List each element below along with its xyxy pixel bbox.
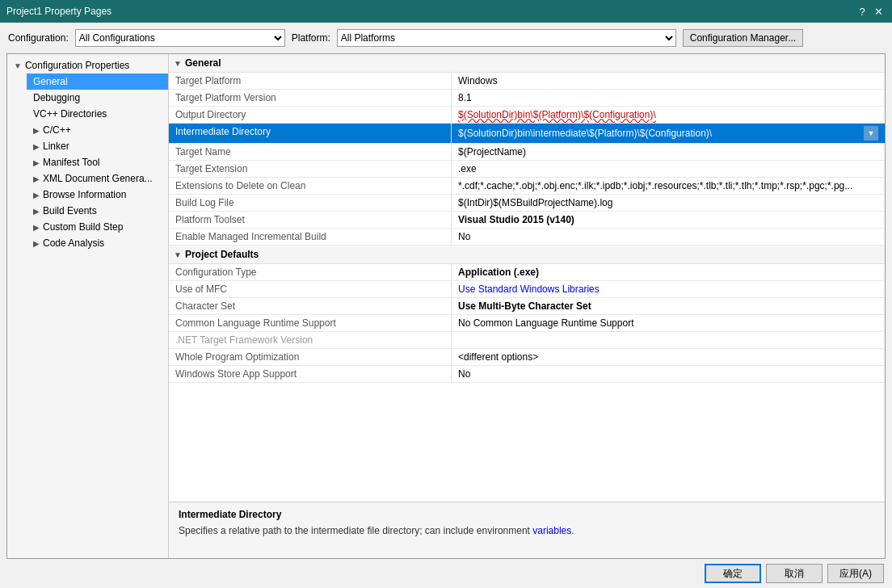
prop-value-net-version — [452, 332, 885, 348]
prop-row-use-mfc[interactable]: Use of MFC Use Standard Windows Librarie… — [169, 281, 885, 298]
prop-row-char-set[interactable]: Character Set Use Multi-Byte Character S… — [169, 298, 885, 315]
help-button[interactable]: ? — [855, 4, 869, 19]
sidebar-item-cpp[interactable]: ▶ C/C++ — [27, 122, 168, 138]
prop-value-target-platform: Windows — [452, 73, 885, 89]
confirm-button[interactable]: 确定 — [705, 564, 761, 583]
prop-name-store-support: Windows Store App Support — [169, 366, 452, 382]
expand-icon-manifest: ▶ — [33, 158, 40, 167]
section-expand-defaults: ▼ — [174, 250, 182, 259]
expand-icon-linker: ▶ — [33, 142, 40, 151]
expand-icon-cpp: ▶ — [33, 126, 40, 135]
prop-value-whole-prog: <different options> — [452, 349, 885, 365]
prop-name-target-platform: Target Platform — [169, 73, 452, 89]
prop-name-target-ext: Target Extension — [169, 161, 452, 177]
title-bar: Project1 Property Pages ? ✕ — [0, 0, 892, 23]
sidebar-label-build-events: Build Events — [43, 205, 97, 216]
prop-row-target-name[interactable]: Target Name $(ProjectName) — [169, 144, 885, 161]
prop-row-store-support[interactable]: Windows Store App Support No — [169, 366, 885, 383]
section-header-general: ▼ General — [169, 54, 885, 73]
prop-row-target-platform-version[interactable]: Target Platform Version 8.1 — [169, 90, 885, 107]
prop-row-platform-toolset[interactable]: Platform Toolset Visual Studio 2015 (v14… — [169, 212, 885, 229]
prop-row-config-type[interactable]: Configuration Type Application (.exe) — [169, 264, 885, 281]
main-dialog: Configuration: All Configurations Platfo… — [0, 23, 892, 588]
info-panel: Intermediate Directory Specifies a relat… — [169, 502, 885, 558]
prop-row-managed-build[interactable]: Enable Managed Incremental Build No — [169, 229, 885, 246]
prop-value-store-support: No — [452, 366, 885, 382]
section-title-general: General — [185, 57, 221, 69]
prop-name-build-log: Build Log File — [169, 195, 452, 211]
sidebar-label-config-props: Configuration Properties — [25, 60, 129, 71]
config-label: Configuration: — [8, 32, 69, 44]
prop-value-ext-delete: *.cdf;*.cache;*.obj;*.obj.enc;*.ilk;*.ip… — [452, 178, 885, 194]
apply-button[interactable]: 应用(A) — [827, 564, 884, 583]
configuration-select[interactable]: All Configurations — [75, 29, 285, 47]
info-panel-title: Intermediate Directory — [179, 509, 875, 520]
expand-icon-build-events: ▶ — [33, 207, 40, 216]
prop-name-net-version: .NET Target Framework Version — [169, 332, 452, 348]
prop-name-output-dir: Output Directory — [169, 107, 452, 123]
prop-name-target-name: Target Name — [169, 144, 452, 160]
prop-name-managed-build: Enable Managed Incremental Build — [169, 229, 452, 245]
prop-row-intermediate-dir[interactable]: Intermediate Directory $(SolutionDir)bin… — [169, 124, 885, 144]
prop-name-target-platform-version: Target Platform Version — [169, 90, 452, 106]
prop-value-target-platform-version: 8.1 — [452, 90, 885, 106]
prop-name-intermediate-dir: Intermediate Directory — [169, 124, 452, 143]
expand-icon-config-props: ▼ — [14, 61, 22, 70]
sidebar-section: ▼ Configuration Properties General Debug… — [7, 57, 168, 251]
bottom-bar: 确定 取消 应用(A) — [0, 559, 892, 588]
prop-row-target-platform[interactable]: Target Platform Windows — [169, 73, 885, 90]
prop-row-build-log[interactable]: Build Log File $(IntDir)$(MSBuildProject… — [169, 195, 885, 212]
cancel-button[interactable]: 取消 — [766, 564, 823, 583]
expand-icon-xml: ▶ — [33, 174, 40, 183]
prop-row-net-version[interactable]: .NET Target Framework Version — [169, 332, 885, 349]
info-panel-link: variables — [532, 525, 571, 536]
info-panel-text: Specifies a relative path to the interme… — [179, 523, 875, 538]
section-header-project-defaults: ▼ Project Defaults — [169, 246, 885, 264]
sidebar-label-manifest-tool: Manifest Tool — [43, 157, 99, 168]
prop-row-target-ext[interactable]: Target Extension .exe — [169, 161, 885, 178]
close-button[interactable]: ✕ — [871, 4, 886, 19]
sidebar-item-build-events[interactable]: ▶ Build Events — [27, 203, 168, 219]
intermediate-dir-dropdown[interactable]: ▼ — [864, 126, 878, 141]
section-title-defaults: Project Defaults — [185, 249, 259, 260]
sidebar-item-linker[interactable]: ▶ Linker — [27, 138, 168, 154]
platform-select[interactable]: All Platforms — [337, 29, 676, 47]
sidebar-item-vc-directories[interactable]: VC++ Directories — [27, 106, 168, 122]
top-bar: Configuration: All Configurations Platfo… — [0, 23, 892, 53]
title-bar-controls: ? ✕ — [855, 4, 886, 19]
title-bar-title: Project1 Property Pages — [6, 6, 112, 17]
section-expand-general: ▼ — [174, 59, 182, 68]
expand-icon-code-analysis: ▶ — [33, 239, 40, 248]
sidebar-item-debugging[interactable]: Debugging — [27, 90, 168, 106]
prop-value-output-dir: $(SolutionDir)bin\$(Platform)\$(Configur… — [452, 107, 885, 123]
prop-row-whole-prog[interactable]: Whole Program Optimization <different op… — [169, 349, 885, 366]
sidebar-children: General Debugging VC++ Directories ▶ C/C… — [7, 74, 168, 251]
props-panel: ▼ General Target Platform Windows Target… — [169, 54, 885, 558]
sidebar-label-browse-info: Browse Information — [43, 189, 126, 200]
sidebar-item-config-props[interactable]: ▼ Configuration Properties — [7, 57, 168, 74]
props-table: ▼ General Target Platform Windows Target… — [169, 54, 885, 502]
prop-name-platform-toolset: Platform Toolset — [169, 212, 452, 228]
prop-value-target-ext: .exe — [452, 161, 885, 177]
sidebar: ▼ Configuration Properties General Debug… — [7, 54, 169, 558]
sidebar-label-custom-build: Custom Build Step — [43, 221, 123, 233]
prop-row-clr-support[interactable]: Common Language Runtime Support No Commo… — [169, 315, 885, 332]
sidebar-label-vc-directories: VC++ Directories — [33, 108, 107, 120]
prop-name-use-mfc: Use of MFC — [169, 281, 452, 297]
sidebar-item-xml-doc[interactable]: ▶ XML Document Genera... — [27, 170, 168, 187]
platform-label: Platform: — [292, 32, 330, 44]
sidebar-item-code-analysis[interactable]: ▶ Code Analysis — [27, 235, 168, 251]
prop-row-output-dir[interactable]: Output Directory $(SolutionDir)bin\$(Pla… — [169, 107, 885, 124]
prop-value-char-set: Use Multi-Byte Character Set — [452, 298, 885, 314]
sidebar-item-general[interactable]: General — [27, 74, 168, 90]
sidebar-item-manifest-tool[interactable]: ▶ Manifest Tool — [27, 154, 168, 170]
sidebar-label-xml-doc: XML Document Genera... — [43, 173, 153, 184]
content-area: ▼ Configuration Properties General Debug… — [6, 53, 886, 559]
config-manager-button[interactable]: Configuration Manager... — [683, 29, 803, 47]
expand-icon-browse: ▶ — [33, 191, 40, 200]
prop-name-config-type: Configuration Type — [169, 264, 452, 280]
sidebar-item-browse-info[interactable]: ▶ Browse Information — [27, 187, 168, 203]
title-bar-left: Project1 Property Pages — [6, 6, 112, 17]
sidebar-item-custom-build[interactable]: ▶ Custom Build Step — [27, 219, 168, 235]
prop-row-ext-delete[interactable]: Extensions to Delete on Clean *.cdf;*.ca… — [169, 178, 885, 195]
